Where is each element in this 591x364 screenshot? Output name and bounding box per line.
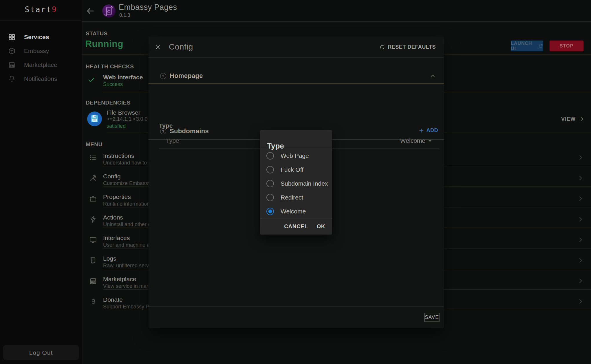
build-tools-icon [89, 174, 97, 182]
cancel-button[interactable]: CANCEL [284, 223, 308, 230]
menu-item-title: Marketplace [103, 276, 136, 283]
radio-option-fuck-off[interactable]: Fuck Off [260, 163, 332, 177]
page-title: Embassy Pages [119, 3, 177, 12]
storefront-icon [8, 61, 16, 69]
app-avatar [102, 4, 116, 18]
desktop-icon [89, 236, 97, 244]
back-button[interactable] [86, 6, 95, 16]
refresh-icon [379, 44, 385, 50]
divider [260, 219, 332, 219]
page-version: 0.1.3 [119, 12, 130, 18]
dependency-status: satisfied [107, 123, 126, 129]
health-section-label: HEALTH CHECKS [86, 63, 134, 70]
flash-icon [89, 215, 97, 223]
stop-label: STOP [560, 43, 573, 49]
menu-item-title: Donate [103, 296, 123, 303]
list-icon [89, 154, 97, 162]
status-section-label: STATUS [86, 30, 108, 37]
homepage-section-header[interactable]: ? Homepage [160, 72, 203, 80]
type-dialog-buttons: CANCEL OK [284, 223, 325, 230]
launch-ui-button[interactable]: LAUNCH UI [511, 41, 543, 51]
radio-option-redirect[interactable]: Redirect [260, 191, 332, 204]
menu-item-title: Logs [103, 255, 116, 262]
launch-ui-label: LAUNCH UI [511, 41, 536, 51]
dependency-name: File Browser [107, 109, 140, 116]
logo-accent: 9 [52, 5, 57, 14]
radio-option-subdomain-index[interactable]: Subdomain Index [260, 177, 332, 191]
sidebar-item-label: Notifications [24, 75, 57, 82]
chevron-right-icon [577, 195, 584, 202]
radio-icon [266, 208, 274, 215]
health-check-result: Success [103, 81, 123, 87]
sidebar: Start9 Services Embassy Marketplace Noti… [0, 0, 82, 364]
menu-item-title: Instructions [103, 152, 134, 159]
radio-icon [266, 194, 274, 201]
sidebar-item-label: Services [24, 34, 49, 41]
app-logo: Start9 [0, 5, 82, 14]
radio-option-label: Fuck Off [281, 166, 303, 173]
chevron-right-icon [577, 216, 584, 223]
dependency-version: >=2.14.1.1 <3.0.0 [107, 116, 148, 122]
radio-option-label: Web Page [281, 152, 309, 159]
chevron-up-icon[interactable] [429, 73, 436, 79]
menu-item-description: Raw, unfiltered service [103, 263, 155, 269]
reset-defaults-label: RESET DEFAULTS [388, 44, 436, 50]
divider [260, 148, 332, 148]
divider [149, 306, 444, 307]
subdomains-section-title: Subdomains [170, 127, 209, 135]
sidebar-item-embassy[interactable]: Embassy [0, 44, 82, 58]
config-modal-header: Config RESET DEFAULTS [149, 36, 444, 58]
view-label: VIEW [561, 116, 576, 122]
type-field-label: Type [166, 137, 179, 144]
bitcoin-icon [89, 298, 97, 306]
radio-icon [266, 180, 274, 187]
sidebar-item-services[interactable]: Services [0, 30, 82, 44]
homepage-section-title: Homepage [170, 72, 203, 80]
add-subdomain-button[interactable]: ADD [418, 127, 438, 133]
health-check-name: Web Interface [103, 74, 143, 81]
sidebar-divider [0, 20, 82, 21]
chevron-right-icon [577, 298, 584, 305]
close-icon[interactable] [154, 44, 161, 51]
radio-icon [266, 166, 274, 173]
radio-option-label: Subdomain Index [281, 180, 328, 187]
logo-text: Start [25, 5, 52, 14]
type-dialog: Type Web Page Fuck Off Subdomain Index R… [260, 130, 332, 235]
menu-item-title: Config [103, 173, 121, 180]
briefcase-icon [89, 195, 97, 203]
menu-item-title: Properties [103, 193, 131, 200]
help-icon: ? [160, 73, 166, 79]
radio-option-label: Redirect [281, 194, 303, 201]
type-field-value: Welcome [400, 137, 425, 144]
chevron-right-icon [577, 154, 584, 161]
check-icon [87, 76, 95, 84]
logout-button[interactable]: Log Out [3, 345, 79, 360]
cube-icon [8, 47, 16, 55]
plus-icon [418, 128, 424, 133]
chevron-right-icon [577, 277, 584, 284]
add-label: ADD [427, 127, 438, 133]
status-value: Running [85, 39, 123, 49]
ok-button[interactable]: OK [317, 223, 325, 230]
help-icon: ? [160, 128, 166, 134]
sidebar-item-notifications[interactable]: Notifications [0, 72, 82, 86]
sidebar-item-marketplace[interactable]: Marketplace [0, 58, 82, 72]
external-link-icon [539, 43, 543, 48]
chevron-right-icon [577, 236, 584, 243]
chevron-right-icon [577, 175, 584, 182]
dependencies-section-label: DEPENDENCIES [86, 100, 131, 106]
caret-down-icon [428, 140, 432, 142]
subdomains-section-header: ? Subdomains [160, 127, 209, 135]
save-button[interactable]: SAVE [424, 313, 440, 322]
radio-option-web-page[interactable]: Web Page [260, 149, 332, 163]
receipt-icon [89, 257, 97, 264]
menu-item-title: Interfaces [103, 235, 130, 242]
radio-option-welcome[interactable]: Welcome [260, 204, 332, 218]
stop-button[interactable]: STOP [550, 41, 583, 51]
grid-icon [8, 33, 16, 41]
menu-item-title: Actions [103, 214, 123, 221]
view-dependency-link[interactable]: VIEW [561, 116, 584, 122]
storefront-icon [89, 277, 97, 285]
reset-defaults-button[interactable]: RESET DEFAULTS [379, 44, 436, 50]
arrow-right-icon [578, 116, 584, 122]
